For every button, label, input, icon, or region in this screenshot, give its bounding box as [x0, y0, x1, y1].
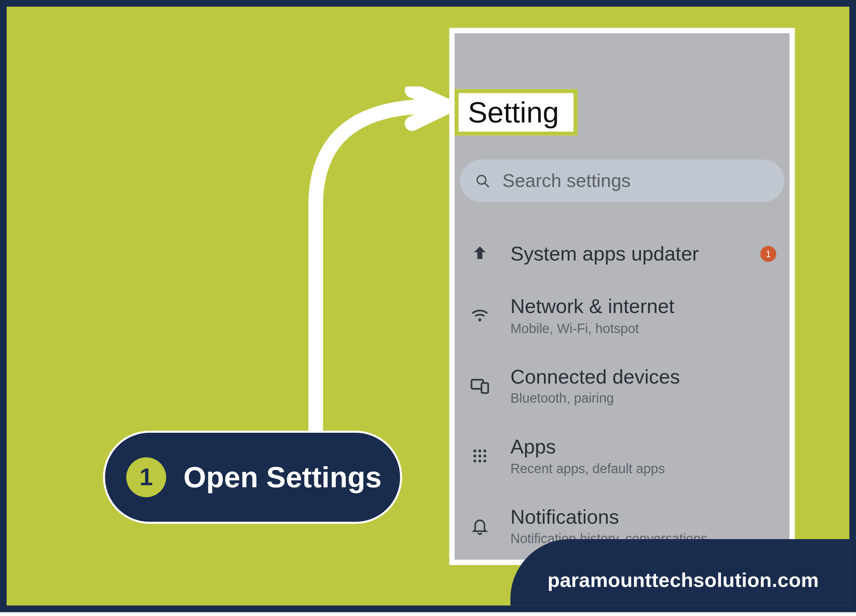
- search-input[interactable]: Search settings: [460, 160, 784, 202]
- page-title: Setting: [455, 89, 578, 136]
- search-icon: [474, 173, 491, 189]
- svg-point-2: [479, 318, 482, 321]
- settings-list: System apps updater 1 Network & internet: [468, 229, 776, 562]
- tutorial-card: 1 Open Settings Setting Search settings: [0, 0, 856, 612]
- svg-point-6: [479, 450, 482, 453]
- list-item[interactable]: Connected devices Bluetooth, pairing: [468, 352, 776, 422]
- update-count-badge: 1: [761, 246, 776, 262]
- svg-rect-4: [482, 383, 488, 393]
- upload-arrow-icon: [468, 242, 492, 266]
- footer-ribbon: paramounttechsolution.com: [510, 539, 856, 612]
- svg-point-11: [473, 459, 476, 462]
- list-item-sub: Recent apps, default apps: [510, 461, 776, 476]
- phone-screenshot: Setting Search settings System apps upda…: [450, 28, 795, 565]
- svg-point-8: [473, 454, 476, 457]
- list-item-label: Notifications: [510, 506, 776, 529]
- devices-icon: [468, 374, 492, 398]
- svg-point-7: [483, 450, 487, 453]
- step-number-badge: 1: [126, 457, 166, 497]
- svg-line-1: [485, 183, 488, 187]
- step-pill: 1 Open Settings: [103, 431, 402, 524]
- search-placeholder: Search settings: [503, 170, 631, 192]
- svg-point-9: [479, 454, 482, 457]
- svg-point-5: [473, 450, 476, 453]
- footer-text: paramounttechsolution.com: [547, 569, 819, 591]
- arrow-icon: [299, 86, 465, 445]
- list-item[interactable]: Apps Recent apps, default apps: [468, 422, 776, 492]
- list-item[interactable]: Network & internet Mobile, Wi-Fi, hotspo…: [468, 282, 776, 352]
- list-item-sub: Bluetooth, pairing: [510, 391, 776, 406]
- apps-grid-icon: [468, 444, 492, 468]
- list-item-label: System apps updater: [510, 242, 742, 265]
- list-item-sub: Mobile, Wi-Fi, hotspot: [510, 321, 776, 336]
- step-label: Open Settings: [183, 460, 382, 494]
- list-item[interactable]: System apps updater 1: [468, 229, 776, 282]
- wifi-icon: [468, 303, 492, 328]
- list-item-label: Connected devices: [510, 365, 776, 388]
- svg-point-12: [479, 459, 482, 462]
- svg-point-13: [483, 459, 487, 462]
- list-item-label: Network & internet: [510, 295, 776, 318]
- bell-icon: [468, 514, 492, 538]
- list-item-label: Apps: [510, 436, 776, 459]
- svg-point-10: [483, 454, 487, 457]
